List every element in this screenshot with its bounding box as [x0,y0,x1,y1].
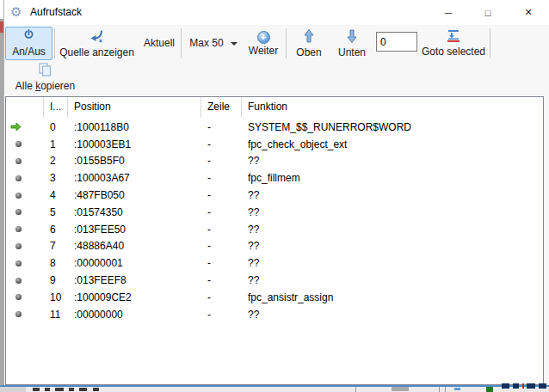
sliver-fragment [45,388,50,391]
sliver-fragment [522,383,524,389]
frame-down-label: Unten [338,47,366,58]
row-function: ?? [242,155,543,167]
row-marker-cell [6,158,44,164]
row-index: 9 [44,274,68,286]
column-header-index[interactable]: I... [44,97,68,118]
arrow-down-icon [347,29,357,46]
callstack-gear-icon: ⚙ [10,4,22,20]
row-function: fpc_ansistr_assign [242,291,543,303]
frame-dot-icon [15,193,22,199]
copy-all-button[interactable]: Alle kopieren [5,61,85,93]
sliver-fragment [486,387,493,392]
row-line: - [201,274,242,286]
row-line: - [201,291,242,303]
row-marker-cell [6,311,44,317]
row-marker-cell [6,175,44,181]
chevron-down-icon [231,42,237,46]
title-bar[interactable]: ⚙ Aufrufstack ─ □ ✕ [4,0,549,25]
frame-dot-icon [15,226,22,232]
table-row[interactable]: 0 :1000118B0 - SYSTEM_$$_RUNERROR$WORD [6,119,543,136]
row-position: :1000118B0 [68,121,201,133]
current-frame-button[interactable]: Aktuell [139,27,180,60]
minimize-button[interactable]: ─ [429,0,468,25]
row-index: 2 [44,155,68,167]
row-marker-cell [6,226,44,232]
toolbar: An/Aus Quelle anzeigen Aktuell [4,25,549,95]
row-position: :013FEE50 [68,224,201,236]
goto-selected-icon [446,30,461,45]
copy-all-label: Alle kopieren [15,81,75,92]
max-depth-dropdown[interactable]: Max 50 [183,27,244,60]
table-row[interactable]: 1 :100003EB1 - fpc_check_object_ext [6,136,543,153]
sliver-fragment [527,383,535,389]
sliver-fragment [392,387,409,391]
table-row[interactable]: 9 :013FEEF8 - ?? [6,272,543,289]
max-depth-label: Max 50 [189,38,223,49]
row-position: :01574350 [68,206,201,218]
row-marker-cell [6,193,44,199]
toolbar-separator [286,28,287,58]
current-frame-label: Aktuell [144,38,175,49]
frame-dot-icon [15,278,22,284]
row-function: SYSTEM_$$_RUNERROR$WORD [242,121,543,133]
column-header-line[interactable]: Zeile [201,97,242,118]
toolbar-separator [181,28,182,58]
row-line: - [201,155,242,167]
toolbar-separator [490,28,490,58]
arrow-up-icon [304,29,314,46]
sliver-fragment [445,387,446,392]
table-row[interactable]: 3 :100003A67 - fpc_fillmem [6,169,543,187]
sliver-fragment [355,387,356,392]
goto-selected-button[interactable]: Goto selected [419,27,488,60]
table-row[interactable]: 5 :01574350 - ?? [6,204,543,221]
column-header-marker[interactable] [6,97,44,118]
table-row[interactable]: 8 :00000001 - ?? [6,254,543,272]
frame-up-label: Oben [296,47,321,58]
close-button[interactable]: ✕ [508,0,549,25]
table-row[interactable]: 10 :100009CE2 - fpc_ansistr_assign [6,289,543,306]
table-row[interactable]: 7 :48886A40 - ?? [6,238,543,255]
frame-dot-icon [15,294,22,300]
row-line: - [201,206,242,218]
row-function: fpc_fillmem [242,172,543,184]
more-frames-button[interactable]: + Weiter [244,27,283,60]
goto-selected-label: Goto selected [422,46,485,58]
goto-index-input[interactable] [376,32,417,52]
table-row[interactable]: 4 :487FB050 - ?? [6,187,543,204]
row-index: 11 [44,309,68,321]
row-position: :013FEEF8 [68,274,201,286]
row-marker-cell [6,243,44,249]
row-position: :48886A40 [68,240,201,252]
power-toggle-label: An/Aus [12,46,46,58]
sliver-fragment [439,387,440,392]
frame-dot-icon [15,141,22,147]
column-header-position[interactable]: Position [68,97,201,118]
row-position: :00000001 [68,257,201,269]
table-row[interactable]: 6 :013FEE50 - ?? [6,221,543,238]
power-toggle-button[interactable]: An/Aus [5,27,52,60]
column-header-function[interactable]: Funktion [242,97,543,118]
row-function: ?? [242,240,543,252]
table-row[interactable]: 2 :0155B5F0 - ?? [6,153,543,170]
row-marker-cell [6,278,44,284]
row-line: - [201,257,242,269]
callstack-rows: 0 :1000118B0 - SYSTEM_$$_RUNERROR$WORD 1… [6,119,543,384]
frame-down-button[interactable]: Unten [332,27,372,60]
sliver-fragment [93,388,99,391]
row-line: - [201,172,242,184]
row-position: :0155B5F0 [68,155,201,167]
row-index: 7 [44,240,68,252]
table-row[interactable]: 11 :00000000 - ?? [6,306,543,323]
screenshot-root: { "window": { "title": "Aufrufstack", "g… [0,0,549,392]
maximize-button[interactable]: □ [468,0,508,25]
window-title: Aufrufstack [30,6,82,18]
frame-up-button[interactable]: Oben [288,27,330,60]
row-index: 0 [44,121,68,133]
frame-dot-icon [15,243,22,249]
toolbar-separator [54,28,55,58]
show-source-button[interactable]: Quelle anzeigen [56,27,138,60]
row-position: :100003A67 [68,172,201,184]
row-index: 4 [44,189,68,201]
frame-dot-icon [15,209,22,215]
row-index: 1 [44,138,68,150]
